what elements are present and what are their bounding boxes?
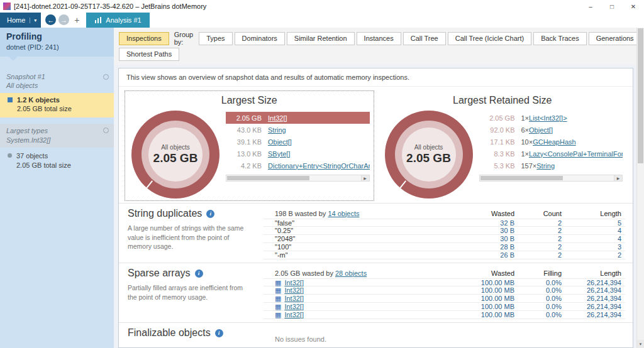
legend-type-link[interactable]: Int32[] <box>268 114 287 122</box>
largest-types-header[interactable]: Largest types System.Int32[] <box>0 124 114 148</box>
legend-item[interactable]: 8.3 KB 1× Lazy<ConsolePal+TerminalFormat… <box>479 148 623 160</box>
tab-generations[interactable]: Generations <box>589 32 641 45</box>
maximize-button[interactable]: □ <box>601 0 623 13</box>
home-button[interactable]: Home ▾ <box>0 13 41 28</box>
new-analysis-button[interactable]: + <box>70 13 83 28</box>
scroll-down-icon[interactable]: ▼ <box>637 340 644 348</box>
legend-item[interactable]: 4.2 KB Dictionary+Entry<StringOrCharArra… <box>226 160 370 171</box>
scroll-right-icon[interactable]: ▶ <box>614 175 622 181</box>
scrollbar-thumb[interactable] <box>480 176 563 180</box>
info-icon[interactable]: i <box>195 269 203 278</box>
table-row[interactable]: "false" 32 B 2 5 <box>264 219 625 227</box>
wasted-value: 30 B <box>458 235 518 242</box>
back-button[interactable]: ← <box>45 14 56 25</box>
legend-item[interactable]: 39.1 KB Object[] <box>226 136 370 148</box>
wasted-objects-link[interactable]: 28 objects <box>335 269 367 277</box>
tab-analysis-1[interactable]: Analysis #1 <box>86 13 149 28</box>
analysis-chart-icon <box>94 16 102 24</box>
section-string-duplicates: String duplicates i A large number of st… <box>119 203 633 263</box>
legend-item[interactable]: 43.0 KB String <box>226 124 370 136</box>
array-type-link[interactable]: Int32[] <box>284 311 304 318</box>
legend-type-link[interactable]: Lazy<ConsolePal+TerminalFormatStrings> <box>529 150 623 158</box>
table-row[interactable]: ▦Int32[] 100.00 MB 0.0% 26,214,394 <box>264 311 625 319</box>
table-row[interactable]: ▦Int32[] 100.00 MB 0.0% 26,214,394 <box>264 303 625 311</box>
snapshot-scope: All objects <box>6 81 108 90</box>
largest-types-type: System.Int32[] <box>6 136 108 144</box>
length-value: 2 <box>565 251 625 259</box>
table-header: 198 B wasted by 14 objects Wasted Count … <box>264 208 625 219</box>
group-indicator-icon[interactable] <box>103 74 109 80</box>
legend-horizontal-scrollbar[interactable]: ▶ <box>479 175 623 182</box>
scroll-right-icon[interactable]: ▶ <box>361 175 369 181</box>
string-duplicates-table: 198 B wasted by 14 objects Wasted Count … <box>264 208 625 259</box>
legend-horizontal-scrollbar[interactable]: ▶ <box>226 175 370 182</box>
sidebar-item-all-objects[interactable]: 1.2 K objects 2.05 GB total size <box>0 93 114 118</box>
tab-similar-retention[interactable]: Similar Retention <box>287 32 355 45</box>
charts-row: Largest Size All objects 2.05 GB <box>119 87 633 203</box>
tab-back-traces[interactable]: Back Traces <box>533 32 587 45</box>
column-header-count: Count <box>518 210 565 217</box>
legend-item[interactable]: 2.05 GB Int32[] <box>226 112 370 124</box>
table-row[interactable]: "100" 28 B 2 3 <box>264 243 625 251</box>
array-type-link[interactable]: Int32[] <box>284 279 304 286</box>
array-type-link[interactable]: Int32[] <box>284 286 304 294</box>
legend-item[interactable]: 13.0 KB SByte[] <box>226 148 370 160</box>
table-row[interactable]: ▦Int32[] 100.00 MB 0.0% 26,214,394 <box>264 286 625 295</box>
group-indicator-icon[interactable] <box>103 128 109 133</box>
scrollbar-thumb[interactable] <box>638 28 643 163</box>
legend-item[interactable]: 5.3 KB 157× String <box>479 160 623 171</box>
sidebar: Profiling dotnet (PID: 241) Snapshot #1 … <box>0 28 114 348</box>
legend-size: 4.2 KB <box>229 162 262 170</box>
forward-button[interactable]: → <box>58 14 69 25</box>
sidebar-item-largest-type[interactable]: 37 objects 2.05 GB total size <box>0 148 114 173</box>
array-icon: ▦ <box>275 287 281 294</box>
info-icon[interactable]: i <box>215 329 223 337</box>
tab-dominators[interactable]: Dominators <box>235 32 285 45</box>
profiling-title: Profiling <box>6 31 108 41</box>
minimize-button[interactable]: – <box>580 0 601 13</box>
snapshot-group-header[interactable]: Snapshot #1 All objects <box>0 70 114 93</box>
legend-size: 39.1 KB <box>229 138 262 146</box>
wasted-objects-link[interactable]: 14 objects <box>328 210 359 217</box>
tab-instances[interactable]: Instances <box>357 32 401 45</box>
legend-type-link[interactable]: Object[] <box>268 138 292 146</box>
tab-call-tree-icicle[interactable]: Call Tree (Icicle Chart) <box>448 32 531 45</box>
largest-retained-donut-chart[interactable]: All objects 2.05 GB <box>385 111 473 198</box>
legend-item[interactable]: 17.1 KB 10× GCHeapHash <box>479 136 623 148</box>
legend-size: 13.0 KB <box>229 150 262 158</box>
legend-type-link[interactable]: Dictionary+Entry<StringOrCharArray, Cons… <box>268 162 370 170</box>
largest-size-donut-chart[interactable]: All objects 2.05 GB <box>131 111 219 198</box>
table-row[interactable]: "0.25" 30 B 2 4 <box>264 227 625 235</box>
length-value: 3 <box>565 243 625 251</box>
legend-type-link[interactable]: Object[] <box>529 126 553 134</box>
content-area: This view shows an overview of snapshot … <box>114 65 636 348</box>
legend-type-link[interactable]: GCHeapHash <box>533 138 575 146</box>
legend-type-link[interactable]: List<Int32[]> <box>529 114 567 122</box>
window-title: [241]-dotnet.2021-09-25T17-35-42.620 – J… <box>14 3 206 10</box>
tab-types[interactable]: Types <box>199 32 232 45</box>
legend-type-link[interactable]: String <box>536 162 555 170</box>
column-header-length: Length <box>565 269 625 277</box>
tab-shortest-paths[interactable]: Shortest Paths <box>119 48 179 61</box>
legend-type-link[interactable]: String <box>268 126 286 134</box>
array-type-link[interactable]: Int32[] <box>284 303 304 310</box>
wasted-value: 32 B <box>458 219 518 227</box>
tab-inspections[interactable]: Inspections <box>119 32 169 45</box>
legend-item[interactable]: 92.0 KB 6× Object[] <box>479 124 623 136</box>
filling-value: 0.0% <box>518 303 565 310</box>
table-row[interactable]: "2048" 30 B 2 4 <box>264 235 625 243</box>
info-icon[interactable]: i <box>206 210 214 218</box>
table-row[interactable]: ▦Int32[] 100.00 MB 0.0% 26,214,394 <box>264 295 625 303</box>
legend-type-link[interactable]: SByte[] <box>268 150 290 158</box>
vertical-scrollbar[interactable]: ▼ <box>636 28 644 348</box>
table-row[interactable]: ▦Int32[] 100.00 MB 0.0% 26,214,394 <box>264 278 625 286</box>
close-button[interactable]: ✕ <box>623 0 644 13</box>
legend-item[interactable]: 2.05 GB 1× List<Int32[]> <box>479 112 623 124</box>
array-type-link[interactable]: Int32[] <box>284 295 304 302</box>
tab-call-tree[interactable]: Call Tree <box>403 32 446 45</box>
donut-slice-divider <box>145 180 153 190</box>
section-title: Finalizable objects <box>128 327 211 339</box>
scrollbar-thumb[interactable] <box>227 176 309 180</box>
largest-retained-chart-panel: Largest Retained Size All objects 2.05 G… <box>379 91 627 200</box>
table-row[interactable]: "-m" 26 B 2 2 <box>264 251 625 259</box>
